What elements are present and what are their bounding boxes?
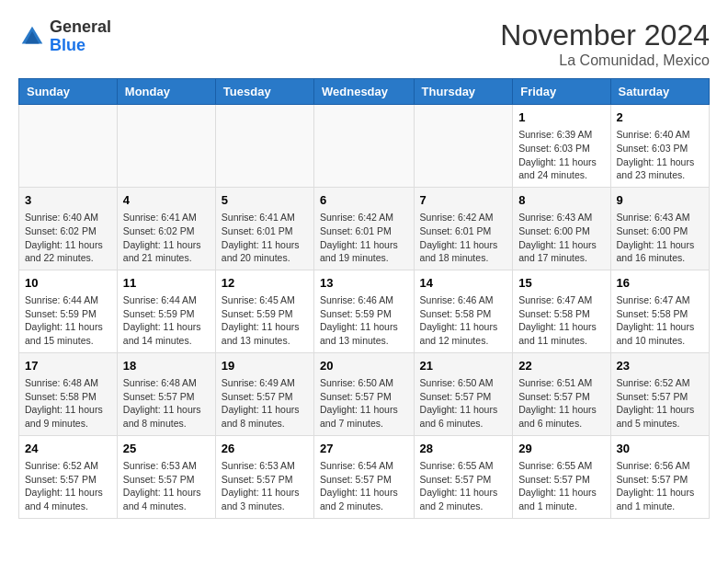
- logo: General Blue: [18, 18, 111, 55]
- day-number: 24: [25, 441, 111, 457]
- calendar-cell: 10Sunrise: 6:44 AM Sunset: 5:59 PM Dayli…: [19, 270, 118, 352]
- calendar-cell: 5Sunrise: 6:41 AM Sunset: 6:01 PM Daylig…: [215, 187, 313, 270]
- weekday-header-thursday: Thursday: [414, 79, 513, 105]
- weekday-header-tuesday: Tuesday: [215, 79, 313, 105]
- day-number: 22: [518, 358, 604, 374]
- day-number: 9: [617, 192, 703, 209]
- calendar-cell: [414, 105, 513, 188]
- calendar-cell: 11Sunrise: 6:44 AM Sunset: 5:59 PM Dayli…: [117, 270, 215, 352]
- day-info: Sunrise: 6:50 AM Sunset: 5:57 PM Dayligh…: [420, 376, 507, 431]
- logo-icon: [18, 23, 46, 51]
- day-number: 17: [25, 358, 111, 374]
- calendar-cell: [215, 105, 313, 188]
- day-info: Sunrise: 6:48 AM Sunset: 5:57 PM Dayligh…: [123, 376, 210, 431]
- day-number: 23: [617, 358, 703, 374]
- calendar-cell: 23Sunrise: 6:52 AM Sunset: 5:57 PM Dayli…: [610, 352, 709, 435]
- day-info: Sunrise: 6:50 AM Sunset: 5:57 PM Dayligh…: [320, 376, 408, 431]
- weekday-header-saturday: Saturday: [610, 79, 709, 105]
- day-number: 30: [617, 441, 703, 457]
- day-info: Sunrise: 6:54 AM Sunset: 5:57 PM Dayligh…: [320, 459, 408, 513]
- calendar-cell: 15Sunrise: 6:47 AM Sunset: 5:58 PM Dayli…: [513, 270, 610, 352]
- calendar-cell: 16Sunrise: 6:47 AM Sunset: 5:58 PM Dayli…: [610, 270, 709, 352]
- day-number: 5: [222, 192, 308, 209]
- month-title: November 2024: [500, 18, 710, 52]
- calendar-cell: 12Sunrise: 6:45 AM Sunset: 5:59 PM Dayli…: [215, 270, 313, 352]
- day-info: Sunrise: 6:48 AM Sunset: 5:58 PM Dayligh…: [25, 376, 111, 431]
- calendar-cell: 1Sunrise: 6:39 AM Sunset: 6:03 PM Daylig…: [513, 105, 610, 188]
- calendar-cell: 18Sunrise: 6:48 AM Sunset: 5:57 PM Dayli…: [117, 352, 215, 435]
- weekday-header-friday: Friday: [513, 79, 610, 105]
- day-info: Sunrise: 6:43 AM Sunset: 6:00 PM Dayligh…: [617, 211, 703, 265]
- weekday-header-row: SundayMondayTuesdayWednesdayThursdayFrid…: [19, 79, 710, 105]
- day-info: Sunrise: 6:46 AM Sunset: 5:58 PM Dayligh…: [420, 293, 507, 348]
- weekday-header-monday: Monday: [117, 79, 215, 105]
- day-info: Sunrise: 6:45 AM Sunset: 5:59 PM Dayligh…: [222, 293, 308, 348]
- week-row-4: 17Sunrise: 6:48 AM Sunset: 5:58 PM Dayli…: [19, 352, 710, 435]
- title-area: November 2024 La Comunidad, Mexico: [500, 18, 710, 69]
- day-number: 21: [420, 358, 507, 374]
- calendar-cell: 6Sunrise: 6:42 AM Sunset: 6:01 PM Daylig…: [314, 187, 415, 270]
- day-info: Sunrise: 6:46 AM Sunset: 5:59 PM Dayligh…: [320, 293, 408, 348]
- day-number: 14: [420, 275, 507, 292]
- day-info: Sunrise: 6:51 AM Sunset: 5:57 PM Dayligh…: [518, 376, 604, 431]
- day-number: 28: [420, 441, 507, 457]
- calendar-cell: 20Sunrise: 6:50 AM Sunset: 5:57 PM Dayli…: [314, 352, 415, 435]
- day-number: 18: [123, 358, 210, 374]
- day-info: Sunrise: 6:41 AM Sunset: 6:01 PM Dayligh…: [222, 211, 308, 265]
- day-info: Sunrise: 6:53 AM Sunset: 5:57 PM Dayligh…: [222, 459, 308, 513]
- day-info: Sunrise: 6:44 AM Sunset: 5:59 PM Dayligh…: [25, 293, 111, 348]
- day-number: 25: [123, 441, 210, 457]
- day-info: Sunrise: 6:42 AM Sunset: 6:01 PM Dayligh…: [420, 211, 507, 265]
- day-info: Sunrise: 6:47 AM Sunset: 5:58 PM Dayligh…: [518, 293, 604, 348]
- calendar-cell: 19Sunrise: 6:49 AM Sunset: 5:57 PM Dayli…: [215, 352, 313, 435]
- day-number: 15: [518, 275, 604, 292]
- day-info: Sunrise: 6:39 AM Sunset: 6:03 PM Dayligh…: [518, 128, 604, 182]
- calendar-cell: [117, 105, 215, 188]
- calendar-cell: 8Sunrise: 6:43 AM Sunset: 6:00 PM Daylig…: [513, 187, 610, 270]
- calendar-cell: 28Sunrise: 6:55 AM Sunset: 5:57 PM Dayli…: [414, 435, 513, 518]
- calendar-cell: 7Sunrise: 6:42 AM Sunset: 6:01 PM Daylig…: [414, 187, 513, 270]
- day-info: Sunrise: 6:44 AM Sunset: 5:59 PM Dayligh…: [123, 293, 210, 348]
- calendar-cell: 2Sunrise: 6:40 AM Sunset: 6:03 PM Daylig…: [610, 105, 709, 188]
- day-info: Sunrise: 6:42 AM Sunset: 6:01 PM Dayligh…: [320, 211, 408, 265]
- day-info: Sunrise: 6:52 AM Sunset: 5:57 PM Dayligh…: [25, 459, 111, 513]
- day-info: Sunrise: 6:47 AM Sunset: 5:58 PM Dayligh…: [617, 293, 703, 348]
- calendar-table: SundayMondayTuesdayWednesdayThursdayFrid…: [18, 78, 710, 519]
- day-number: 6: [320, 192, 408, 209]
- calendar-cell: 27Sunrise: 6:54 AM Sunset: 5:57 PM Dayli…: [314, 435, 415, 518]
- day-number: 26: [222, 441, 308, 457]
- calendar-cell: 29Sunrise: 6:55 AM Sunset: 5:57 PM Dayli…: [513, 435, 610, 518]
- week-row-5: 24Sunrise: 6:52 AM Sunset: 5:57 PM Dayli…: [19, 435, 710, 518]
- calendar-cell: 26Sunrise: 6:53 AM Sunset: 5:57 PM Dayli…: [215, 435, 313, 518]
- calendar-cell: 24Sunrise: 6:52 AM Sunset: 5:57 PM Dayli…: [19, 435, 118, 518]
- day-number: 4: [123, 192, 210, 209]
- day-number: 27: [320, 441, 408, 457]
- day-number: 10: [25, 275, 111, 292]
- day-number: 16: [617, 275, 703, 292]
- day-info: Sunrise: 6:43 AM Sunset: 6:00 PM Dayligh…: [518, 211, 604, 265]
- day-number: 12: [222, 275, 308, 292]
- calendar-cell: 17Sunrise: 6:48 AM Sunset: 5:58 PM Dayli…: [19, 352, 118, 435]
- location-text: La Comunidad, Mexico: [500, 52, 710, 69]
- day-number: 3: [25, 192, 111, 209]
- calendar-cell: [19, 105, 118, 188]
- day-number: 13: [320, 275, 408, 292]
- logo-general-text: General: [50, 18, 111, 37]
- day-info: Sunrise: 6:52 AM Sunset: 5:57 PM Dayligh…: [617, 376, 703, 431]
- logo-text: General Blue: [50, 18, 111, 55]
- day-number: 8: [518, 192, 604, 209]
- day-number: 7: [420, 192, 507, 209]
- calendar-cell: 25Sunrise: 6:53 AM Sunset: 5:57 PM Dayli…: [117, 435, 215, 518]
- day-number: 20: [320, 358, 408, 374]
- calendar-cell: 3Sunrise: 6:40 AM Sunset: 6:02 PM Daylig…: [19, 187, 118, 270]
- calendar-cell: 14Sunrise: 6:46 AM Sunset: 5:58 PM Dayli…: [414, 270, 513, 352]
- calendar-cell: 30Sunrise: 6:56 AM Sunset: 5:57 PM Dayli…: [610, 435, 709, 518]
- day-info: Sunrise: 6:53 AM Sunset: 5:57 PM Dayligh…: [123, 459, 210, 513]
- calendar-cell: 21Sunrise: 6:50 AM Sunset: 5:57 PM Dayli…: [414, 352, 513, 435]
- day-number: 1: [518, 109, 604, 126]
- day-info: Sunrise: 6:40 AM Sunset: 6:03 PM Dayligh…: [617, 128, 703, 182]
- week-row-1: 1Sunrise: 6:39 AM Sunset: 6:03 PM Daylig…: [19, 105, 710, 188]
- calendar-cell: [314, 105, 415, 188]
- week-row-2: 3Sunrise: 6:40 AM Sunset: 6:02 PM Daylig…: [19, 187, 710, 270]
- day-info: Sunrise: 6:41 AM Sunset: 6:02 PM Dayligh…: [123, 211, 210, 265]
